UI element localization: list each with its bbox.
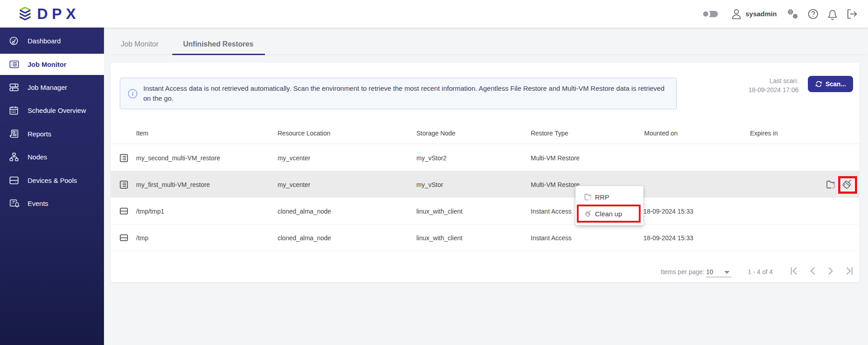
svg-text:i: i	[132, 90, 134, 97]
